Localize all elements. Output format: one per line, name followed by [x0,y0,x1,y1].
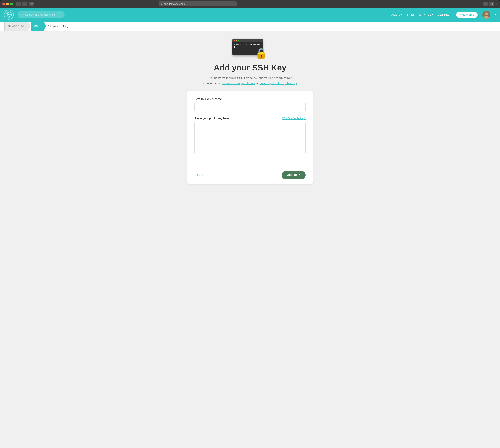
terminal-close-dot [233,40,235,41]
public-key-label: Paste your public key here [194,117,229,120]
lock-icon: 🔒 [255,48,268,58]
nav-get-help[interactable]: GET HELP [438,13,451,16]
page-title: Add your SSH Key [214,63,286,72]
maximize-button[interactable] [10,2,13,5]
ssh-illustration: $ ssh ssh.getflywheel.com 🔒 [232,39,268,58]
breadcrumb-current-item: Add your SSH key [46,22,70,31]
breadcrumb-arrow-1 [28,22,31,31]
terminal-command: $ ssh ssh.getflywheel.com [234,44,260,46]
nav-sites[interactable]: SITES [407,13,415,16]
user-dropdown-arrow[interactable]: ▾ [495,13,496,16]
admin-dropdown-arrow: ▾ [401,14,402,16]
user-avatar-image [482,11,490,19]
nav-links: ADMIN ▾ SITES MANAGE ▾ GET HELP + NEW SI… [391,11,496,19]
new-site-button[interactable]: + NEW SITE [456,12,478,18]
minimize-button[interactable] [6,2,9,5]
breadcrumb-ssh-item[interactable]: SSH [28,22,46,31]
ssl-lock-icon: 🔒 [160,3,163,5]
what-is-public-key-link[interactable]: What's a public key? [282,117,306,120]
page-subtitle-links: Learn where to find an existing public k… [201,81,299,85]
browser-nav: ‹ › [16,2,27,6]
key-name-group: Give this key a name [194,97,306,111]
period-text: . [298,81,299,85]
manage-dropdown-arrow: ▾ [432,14,433,16]
key-name-input[interactable] [194,103,306,111]
nav-admin[interactable]: ADMIN ▾ [391,13,402,16]
public-key-label-row: Paste your public key here What's a publ… [194,117,306,120]
breadcrumb: MY ACCOUNT SSH Add your SSH key [0,22,500,31]
public-key-group: Paste your public key here What's a publ… [194,117,306,154]
form-footer: CANCEL ADD KEY [187,166,313,184]
or-text: or [256,81,260,85]
generate-public-key-link[interactable]: how to generate a public key [260,81,297,85]
add-key-button[interactable]: ADD KEY [282,171,306,179]
close-button[interactable] [2,2,5,5]
forward-button[interactable]: › [22,2,27,6]
nav-manage[interactable]: MANAGE ▾ [419,13,433,16]
form-body: Give this key a name Paste your public k… [187,91,313,166]
breadcrumb-my-account[interactable]: MY ACCOUNT [4,22,28,31]
learn-where-text: Learn where to [201,81,222,85]
breadcrumb-arrow-2 [44,22,46,31]
main-content: $ ssh ssh.getflywheel.com 🔒 Add your SSH… [0,31,500,192]
key-name-label: Give this key a name [194,97,306,101]
address-bar[interactable]: 🔒 app.getflywheel.com [159,1,237,6]
avatar[interactable] [482,11,490,19]
window-chrome: ‹ › ⊡ 🔒 app.getflywheel.com ⬆ ⊞ + [0,0,500,8]
breadcrumb-current-label: Add your SSH key [46,25,70,28]
app-logo[interactable] [4,10,14,20]
terminal-maximize-dot [238,40,239,41]
add-tab-button[interactable]: + [496,2,498,6]
terminal-titlebar [232,39,263,42]
terminal-cursor [234,46,235,48]
address-text: app.getflywheel.com [164,2,185,5]
share-button[interactable]: ⬆ [483,2,488,6]
window-controls [2,2,13,5]
top-nav: 🔍 ADMIN ▾ SITES MANAGE ▾ GET HELP + NEW … [0,8,500,22]
window-actions: ⬆ ⊞ + [483,2,498,6]
my-account-breadcrumb-label: MY ACCOUNT [4,22,28,31]
public-key-textarea[interactable] [194,122,306,153]
find-existing-key-link[interactable]: find an existing public key [222,81,255,85]
back-button[interactable]: ‹ [16,2,21,6]
svg-point-6 [485,12,488,16]
search-input[interactable] [25,13,62,16]
cancel-button[interactable]: CANCEL [194,174,206,177]
search-bar[interactable]: 🔍 [18,11,65,18]
sidebar-toggle-button[interactable]: ⊡ [29,2,34,6]
search-icon: 🔍 [20,13,24,16]
ssh-breadcrumb-label: SSH [31,22,44,31]
terminal-minimize-dot [236,40,237,41]
form-card: Give this key a name Paste your public k… [187,91,313,184]
app-container: 🔍 ADMIN ▾ SITES MANAGE ▾ GET HELP + NEW … [0,8,500,448]
page-subtitle: Just paste your public SSH key below, an… [208,76,292,80]
new-tab-button[interactable]: ⊞ [489,2,494,6]
